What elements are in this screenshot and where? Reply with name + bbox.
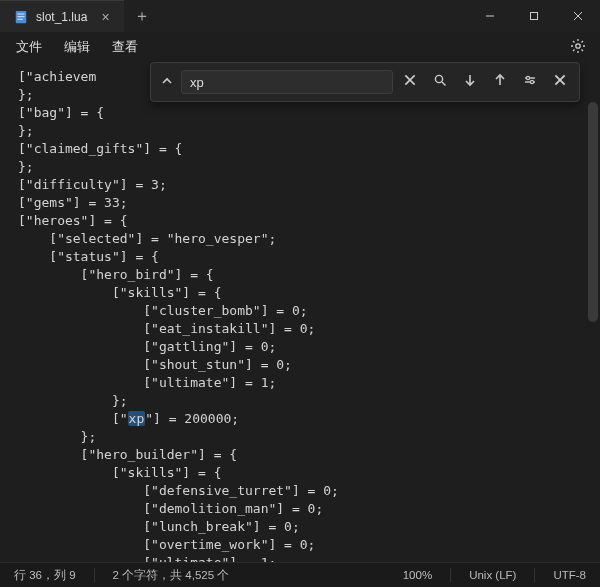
svg-point-26	[530, 80, 533, 83]
find-clear-button[interactable]	[397, 69, 423, 95]
minimize-button[interactable]	[468, 0, 512, 32]
svg-point-19	[435, 75, 442, 82]
status-encoding[interactable]: UTF-8	[545, 569, 594, 581]
scrollbar-thumb[interactable]	[588, 102, 598, 322]
menubar: 文件 编辑 查看	[0, 32, 600, 62]
find-prev-button[interactable]	[487, 69, 513, 95]
find-input[interactable]	[181, 70, 393, 94]
titlebar-spacer	[160, 0, 468, 32]
settings-button[interactable]	[562, 34, 594, 61]
status-eol[interactable]: Unix (LF)	[461, 569, 524, 581]
status-sep	[94, 568, 95, 582]
svg-line-20	[442, 82, 446, 86]
svg-rect-5	[531, 13, 538, 20]
status-sep	[534, 568, 535, 582]
find-next-button[interactable]	[457, 69, 483, 95]
close-button[interactable]	[556, 0, 600, 32]
menu-view[interactable]: 查看	[102, 34, 148, 60]
tab-close-icon[interactable]: ×	[101, 9, 109, 25]
svg-line-15	[573, 49, 575, 51]
arrow-up-icon	[493, 73, 507, 91]
close-icon	[553, 73, 567, 91]
svg-point-24	[526, 76, 529, 79]
find-expand-toggle[interactable]	[157, 69, 177, 95]
find-bar	[150, 62, 580, 102]
status-zoom[interactable]: 100%	[395, 569, 440, 581]
svg-rect-2	[18, 16, 25, 17]
new-tab-button[interactable]: ＋	[124, 0, 160, 32]
svg-rect-3	[18, 18, 23, 19]
editor-area: ["achievem }; ["bag"] = { }; ["claimed_g…	[0, 62, 600, 562]
tab-title: slot_1.lua	[36, 10, 87, 24]
arrow-down-icon	[463, 73, 477, 91]
window-buttons	[468, 0, 600, 32]
vertical-scrollbar[interactable]	[588, 62, 598, 562]
find-in-selection-button[interactable]	[427, 69, 453, 95]
tab-active[interactable]: slot_1.lua ×	[0, 0, 124, 32]
sliders-icon	[523, 73, 537, 91]
svg-rect-1	[18, 13, 25, 14]
status-chars[interactable]: 2 个字符，共 4,525 个	[105, 568, 238, 583]
search-icon	[433, 73, 447, 91]
svg-line-16	[582, 41, 584, 43]
status-sep	[450, 568, 451, 582]
find-close-button[interactable]	[547, 69, 573, 95]
svg-line-13	[573, 41, 575, 43]
svg-line-14	[582, 49, 584, 51]
gear-icon	[570, 42, 586, 57]
menu-file[interactable]: 文件	[6, 34, 52, 60]
file-icon	[14, 10, 28, 24]
find-options-button[interactable]	[517, 69, 543, 95]
code-editor[interactable]: ["achievem }; ["bag"] = { }; ["claimed_g…	[0, 62, 600, 562]
svg-point-8	[576, 43, 580, 47]
chevron-up-icon	[161, 73, 173, 90]
menu-edit[interactable]: 编辑	[54, 34, 100, 60]
statusbar: 行 36，列 9 2 个字符，共 4,525 个 100% Unix (LF) …	[0, 562, 600, 587]
titlebar: slot_1.lua × ＋	[0, 0, 600, 32]
maximize-button[interactable]	[512, 0, 556, 32]
status-position[interactable]: 行 36，列 9	[6, 568, 84, 583]
close-icon	[403, 73, 417, 91]
